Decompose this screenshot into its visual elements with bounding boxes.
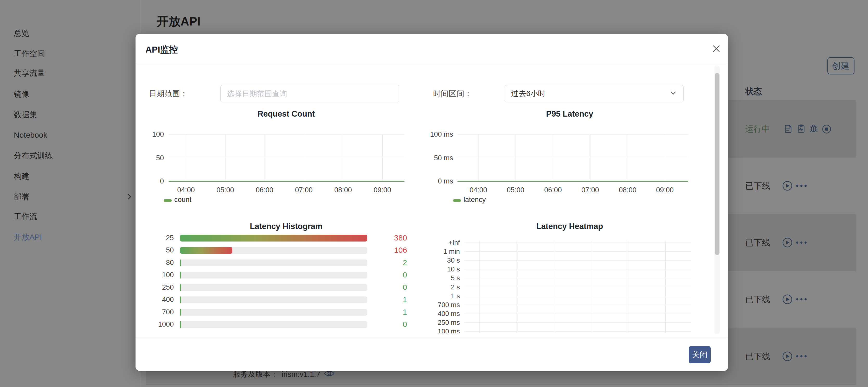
hist-bar-track	[180, 260, 367, 266]
data-line-latency	[457, 181, 688, 182]
hist-bucket-label: 700	[145, 308, 174, 316]
modal-scrollbar-thumb[interactable]	[715, 73, 719, 255]
close-icon[interactable]	[709, 42, 723, 56]
hist-bucket-label: 50	[145, 246, 174, 254]
time-range-value: 过去6小时	[511, 88, 669, 99]
chart-title: Latency Heatmap	[453, 222, 687, 231]
chart-title: Latency Histogram	[169, 222, 403, 231]
hist-bar-fill	[180, 247, 232, 254]
hist-bucket-label: 1000	[145, 320, 174, 328]
hist-value: 0	[378, 283, 407, 292]
hist-bar-fill	[180, 321, 181, 328]
gridline	[516, 134, 516, 182]
hist-bar-fill	[180, 235, 367, 241]
gridline	[517, 241, 517, 333]
heatmap-y-label: 5 s	[418, 274, 460, 282]
gridline	[464, 269, 691, 269]
hist-bucket-label: 25	[145, 234, 174, 242]
time-range-select[interactable]: 过去6小时	[505, 85, 684, 102]
x-axis-tick: 08:00	[612, 186, 643, 194]
gridline	[591, 241, 591, 333]
hist-bar-track	[180, 321, 367, 328]
gridline	[464, 296, 691, 296]
modal-footer-divider	[135, 337, 728, 338]
hist-value: 106	[378, 246, 407, 255]
y-axis-tick: 100 ms	[411, 130, 453, 139]
x-axis-tick: 09:00	[367, 186, 398, 194]
hist-bar-track	[180, 284, 367, 291]
hist-value: 1	[378, 295, 407, 304]
y-axis-tick: 50	[135, 154, 164, 162]
legend-label: count	[174, 196, 191, 204]
x-axis-tick: 06:00	[249, 186, 280, 194]
hist-value: 0	[378, 320, 407, 329]
chart-title: P95 Latency	[453, 109, 687, 119]
hist-bar-fill	[180, 296, 181, 303]
legend-label: latency	[464, 196, 486, 204]
modal-scrollbar[interactable]	[714, 66, 720, 334]
heatmap-y-label: 30 s	[418, 256, 460, 264]
chart-title: Request Count	[169, 109, 403, 119]
hist-bucket-label: 100	[145, 271, 174, 279]
gridline	[186, 134, 186, 182]
legend-swatch	[164, 199, 172, 202]
y-axis-tick: 50 ms	[411, 154, 453, 162]
hist-bar-fill	[180, 309, 181, 316]
chevron-down-icon	[669, 89, 677, 99]
heatmap-y-label: 100 ms	[418, 327, 460, 333]
gridline	[553, 134, 553, 182]
date-range-input[interactable]	[220, 85, 399, 102]
gridline	[464, 331, 691, 332]
heatmap-y-label: 700 ms	[418, 301, 460, 309]
date-range-label: 日期范围：	[149, 88, 188, 99]
x-axis-tick: 07:00	[575, 186, 606, 194]
gridline	[343, 134, 343, 182]
gridline	[464, 260, 691, 261]
hist-bar-fill	[180, 284, 181, 291]
heatmap-y-label: 1 s	[418, 292, 460, 300]
x-axis-tick: 04:00	[463, 186, 494, 194]
api-monitor-modal: API监控 日期范围： 时间区间： 过去6小时 Request Count050…	[135, 34, 728, 371]
hist-bucket-label: 250	[145, 284, 174, 292]
modal-close-button[interactable]: 关闭	[689, 346, 711, 363]
gridline	[464, 314, 691, 314]
hist-value: 2	[378, 258, 407, 267]
modal-body: 日期范围： 时间区间： 过去6小时 Request Count05010004:…	[135, 63, 728, 333]
hist-bar-fill	[180, 272, 181, 278]
hist-bar-track	[180, 309, 367, 316]
heatmap-y-label: 1 min	[418, 247, 460, 256]
time-range-label: 时间区间：	[433, 88, 472, 99]
y-axis-tick: 100	[135, 130, 164, 139]
modal-title: API监控	[146, 44, 178, 56]
y-axis-tick: 0	[135, 177, 164, 185]
gridline	[457, 134, 688, 135]
x-axis-tick: 05:00	[500, 186, 531, 194]
gridline	[382, 134, 383, 182]
x-axis-tick: 09:00	[649, 186, 680, 194]
gridline	[464, 305, 691, 305]
hist-value: 0	[378, 270, 407, 279]
data-line-count	[168, 181, 404, 182]
hist-value: 1	[378, 308, 407, 317]
heatmap-y-label: 250 ms	[418, 319, 460, 327]
x-axis-tick: 08:00	[328, 186, 359, 194]
hist-value: 380	[378, 234, 407, 242]
x-axis-tick: 07:00	[288, 186, 319, 194]
hist-bucket-label: 400	[145, 296, 174, 304]
x-axis-tick: 06:00	[537, 186, 568, 194]
y-axis-tick: 0 ms	[411, 177, 453, 185]
hist-bar-track	[180, 296, 367, 303]
legend-swatch	[453, 199, 461, 202]
heatmap-y-label: +Inf	[418, 239, 460, 247]
gridline	[628, 241, 628, 333]
gridline	[168, 134, 404, 135]
screen: 总览工作空间共享流量镜像数据集Notebook分布式训练构建部署工作流开放API…	[0, 0, 868, 387]
gridline	[464, 251, 691, 252]
hist-bar-fill	[180, 260, 181, 266]
x-axis-tick: 05:00	[210, 186, 241, 194]
gridline	[665, 134, 665, 182]
heatmap-y-label: 2 s	[418, 283, 460, 291]
x-axis-tick: 04:00	[170, 186, 202, 194]
hist-bar-track	[180, 272, 367, 278]
gridline	[265, 134, 265, 182]
